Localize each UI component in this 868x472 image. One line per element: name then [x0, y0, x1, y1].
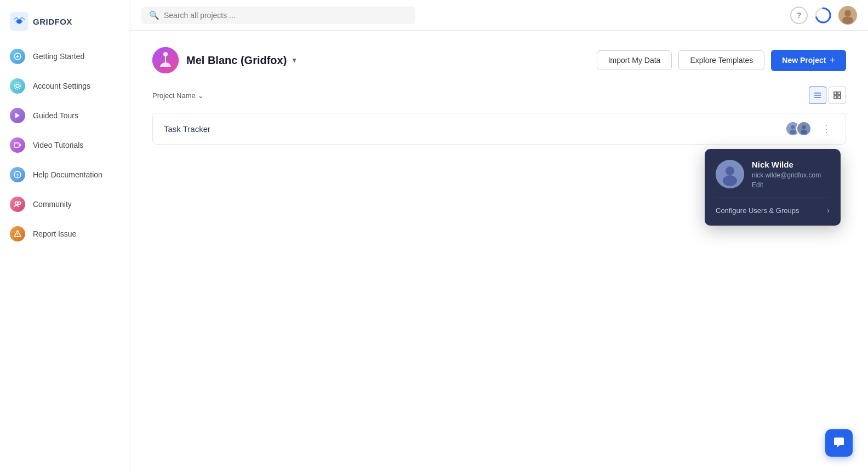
community-label: Community [33, 200, 72, 209]
popup-avatar [716, 160, 744, 188]
filter-bar: Project Name ⌄ [152, 87, 846, 104]
svg-point-13 [18, 202, 21, 205]
popup-user-name: Nick Wilde [752, 160, 830, 169]
video-tutorials-label: Video Tutorials [33, 141, 83, 149]
avatar-member-2[interactable] [796, 121, 812, 136]
filter-chevron-icon: ⌄ [198, 91, 204, 100]
help-documentation-label: Help Documentation [33, 170, 102, 179]
avatar-group [785, 121, 812, 136]
svg-point-36 [801, 130, 807, 135]
svg-rect-28 [838, 92, 841, 95]
community-icon [10, 197, 25, 212]
user-info: Mel Blanc (Gridfox) ▼ [152, 47, 298, 73]
list-view-button[interactable] [809, 87, 826, 104]
import-data-button[interactable]: Import My Data [597, 50, 672, 70]
getting-started-label: Getting Started [33, 52, 84, 61]
guided-tours-label: Guided Tours [33, 111, 78, 120]
svg-point-35 [802, 125, 806, 129]
sidebar: GRIDFOX Getting Started Account Settings… [0, 0, 130, 472]
svg-rect-30 [838, 96, 841, 99]
explore-templates-button[interactable]: Explore Templates [678, 50, 764, 70]
filter-label[interactable]: Project Name ⌄ [152, 91, 204, 100]
help-docs-icon: ? [10, 167, 25, 182]
page-header: Mel Blanc (Gridfox) ▼ Import My Data Exp… [152, 47, 846, 73]
svg-point-5 [16, 84, 19, 88]
configure-users-button[interactable]: Configure Users & Groups › [716, 198, 830, 215]
logo-text: GRIDFOX [33, 17, 72, 26]
sidebar-item-help-documentation[interactable]: ? Help Documentation [0, 160, 130, 189]
kebab-menu-button[interactable]: ⋮ [818, 122, 835, 136]
gridfox-logo-icon [10, 12, 28, 31]
project-list: Task Tracker ⋮ [152, 113, 846, 145]
logo-area[interactable]: GRIDFOX [0, 7, 130, 42]
configure-arrow-icon: › [827, 206, 830, 215]
svg-point-39 [723, 175, 737, 186]
svg-point-6 [14, 83, 21, 89]
view-toggle [809, 87, 846, 104]
svg-point-16 [17, 235, 18, 237]
table-row[interactable]: Task Tracker ⋮ [152, 113, 846, 145]
user-popup: Nick Wilde nick.wilde@gridfox.com Edit C… [705, 149, 841, 226]
user-dropdown-arrow[interactable]: ▼ [291, 56, 298, 64]
user-name-display[interactable]: Mel Blanc (Gridfox) ▼ [186, 54, 298, 67]
configure-users-label: Configure Users & Groups [716, 206, 799, 215]
video-tutorials-icon [10, 137, 25, 153]
popup-user-email: nick.wilde@gridfox.com [752, 171, 830, 179]
svg-rect-29 [834, 96, 837, 99]
topbar-right: ? [790, 6, 857, 25]
guided-tours-icon [10, 108, 25, 123]
list-icon [814, 91, 821, 99]
sidebar-item-guided-tours[interactable]: Guided Tours [0, 101, 130, 130]
svg-rect-27 [834, 92, 837, 95]
sidebar-item-video-tutorials[interactable]: Video Tutorials [0, 130, 130, 160]
sidebar-item-community[interactable]: Community [0, 189, 130, 219]
chat-icon [833, 437, 845, 449]
svg-point-33 [790, 130, 796, 135]
account-settings-icon [10, 78, 25, 94]
svg-point-32 [791, 125, 795, 129]
sidebar-item-account-settings[interactable]: Account Settings [0, 71, 130, 101]
search-area[interactable]: 🔍 [141, 7, 415, 24]
help-button[interactable]: ? [790, 7, 808, 24]
svg-point-21 [842, 16, 853, 24]
popup-user-row: Nick Wilde nick.wilde@gridfox.com Edit [716, 160, 830, 189]
svg-marker-7 [15, 113, 20, 118]
search-input[interactable] [164, 11, 408, 20]
chat-button[interactable] [825, 429, 853, 457]
report-issue-label: Report Issue [33, 229, 76, 238]
report-issue-icon [10, 226, 25, 241]
svg-point-20 [844, 10, 851, 16]
user-avatar-big [152, 47, 179, 73]
new-project-button[interactable]: New Project + [771, 50, 846, 71]
svg-point-23 [163, 52, 168, 56]
getting-started-icon [10, 49, 25, 64]
sidebar-item-getting-started[interactable]: Getting Started [0, 42, 130, 71]
progress-ring[interactable] [814, 7, 832, 24]
grid-view-button[interactable] [829, 87, 846, 104]
svg-point-38 [726, 166, 734, 175]
search-icon: 🔍 [149, 10, 159, 20]
svg-rect-8 [14, 143, 19, 147]
content-area: Mel Blanc (Gridfox) ▼ Import My Data Exp… [130, 31, 868, 472]
project-name: Task Tracker [164, 124, 210, 134]
svg-text:?: ? [16, 173, 19, 178]
main-area: 🔍 ? Mel Blanc (Grid [130, 0, 868, 472]
account-settings-label: Account Settings [33, 82, 90, 90]
topbar: 🔍 ? [130, 0, 868, 31]
grid-icon [833, 91, 841, 99]
sidebar-item-report-issue[interactable]: Report Issue [0, 219, 130, 249]
user-avatar-top[interactable] [838, 6, 857, 25]
popup-user-role: Edit [752, 181, 830, 189]
popup-user-info: Nick Wilde nick.wilde@gridfox.com Edit [752, 160, 830, 189]
project-row-right: ⋮ [785, 121, 835, 136]
header-actions: Import My Data Explore Templates New Pro… [597, 50, 846, 71]
